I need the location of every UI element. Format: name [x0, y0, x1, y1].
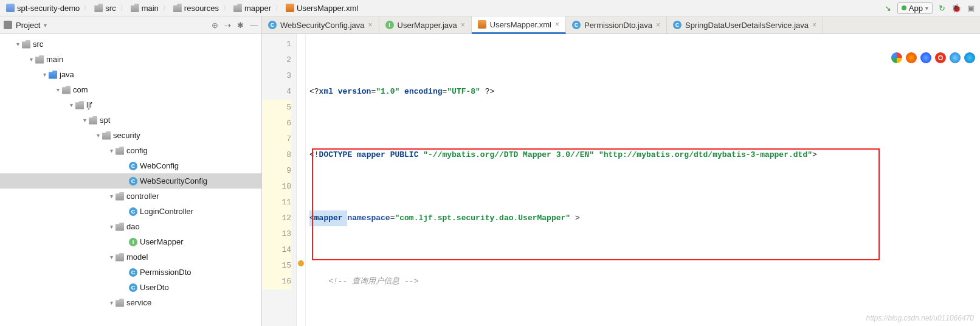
tree-item-dao[interactable]: ▾dao	[0, 219, 261, 234]
tree-item-security[interactable]: ▾security	[0, 128, 261, 143]
project-title[interactable]: Project	[16, 21, 40, 30]
line-number: 4	[262, 84, 291, 100]
close-icon[interactable]: ×	[812, 21, 816, 29]
breadcrumb-item[interactable]: src	[92, 4, 118, 13]
tree-item-usermapper[interactable]: IUserMapper	[0, 234, 261, 249]
line-number: 8	[262, 147, 291, 163]
tab-permissiondto-java[interactable]: CPermissionDto.java×	[566, 16, 667, 33]
debug-icon[interactable]: 🐞	[951, 2, 962, 13]
folder-icon	[233, 4, 242, 12]
chevron-down-icon[interactable]: ▾	[44, 22, 47, 29]
tree-twisty[interactable]: ▾	[27, 56, 35, 63]
tree-item-main[interactable]: ▾main	[0, 52, 261, 67]
line-number: 1	[262, 36, 291, 52]
folder-icon	[131, 4, 139, 12]
breadcrumb-item[interactable]: resources	[171, 4, 221, 13]
tree-item-model[interactable]: ▾model	[0, 249, 261, 265]
tree-twisty[interactable]: ▾	[94, 132, 102, 139]
tree-item-spt[interactable]: ▾spt	[0, 113, 261, 128]
tab-websecurityconfig-java[interactable]: CWebSecurityConfig.java×	[262, 16, 379, 33]
run-icon[interactable]: ↻	[936, 2, 947, 13]
tree-item-config[interactable]: ▾config	[0, 143, 261, 158]
editor-tabs: CWebSecurityConfig.java×IUserMapper.java…	[262, 16, 980, 34]
tree-twisty[interactable]: ▾	[107, 299, 116, 306]
folder-icon	[75, 101, 84, 109]
class-icon: C	[129, 207, 137, 216]
locate-icon[interactable]: ⊕	[212, 21, 218, 30]
tree-item-src[interactable]: ▾src	[0, 36, 261, 52]
ie-icon[interactable]	[950, 52, 961, 63]
tree-twisty[interactable]: ▾	[107, 147, 116, 154]
tab-springdatauserdetailsservice-java[interactable]: CSpringDataUserDetailsService.java×	[667, 16, 823, 33]
breadcrumb-item[interactable]: UsersMapper.xml	[283, 4, 361, 13]
breadcrumb-item[interactable]: spt-security-demo	[4, 4, 82, 13]
breakpoint-icon[interactable]	[298, 260, 304, 266]
build-icon[interactable]: ↘	[883, 2, 894, 13]
class-icon: C	[129, 283, 137, 292]
tree-item-webconfig[interactable]: CWebConfig	[0, 158, 261, 173]
breadcrumb-label: UsersMapper.xml	[297, 4, 358, 13]
tree-item-service[interactable]: ▾service	[0, 295, 261, 310]
gear-icon[interactable]: ✱	[237, 21, 244, 30]
close-icon[interactable]: ×	[368, 21, 373, 29]
tree-twisty[interactable]: ▾	[13, 41, 22, 47]
breadcrumb: spt-security-demo 〉 src 〉 main 〉 resourc…	[0, 0, 980, 16]
source-folder-icon	[49, 71, 57, 79]
opera-icon[interactable]: O	[935, 52, 946, 63]
tree-label: controller	[126, 192, 159, 201]
tree-twisty[interactable]: ▾	[80, 117, 89, 123]
tree-item-com[interactable]: ▾com	[0, 82, 261, 97]
tab-label: UserMapper.java	[398, 21, 457, 30]
line-number: 14	[262, 242, 291, 258]
tab-usermapper-java[interactable]: IUserMapper.java×	[379, 16, 472, 33]
code-area[interactable]: <?xml version="1.0" encoding="UTF-8" ?> …	[306, 34, 980, 326]
project-tree[interactable]: ▾src▾main▾java▾com▾ljf▾spt▾security▾conf…	[0, 34, 261, 326]
interface-icon: I	[385, 21, 394, 29]
interface-icon: I	[129, 238, 137, 246]
tree-twisty[interactable]: ▾	[53, 86, 62, 93]
breadcrumb-label: main	[142, 4, 159, 13]
project-header: Project ▾ ⊕ ⇢ ✱ —	[0, 16, 261, 34]
hide-icon[interactable]: —	[250, 21, 258, 30]
tree-twisty[interactable]: ▾	[67, 102, 75, 108]
breadcrumb-label: spt-security-demo	[17, 4, 80, 13]
breadcrumb-item[interactable]: mapper	[231, 4, 274, 13]
close-icon[interactable]: ×	[555, 20, 559, 29]
class-icon: C	[129, 177, 137, 186]
close-icon[interactable]: ×	[461, 21, 465, 29]
folder-icon	[116, 192, 124, 201]
safari-icon[interactable]	[920, 52, 931, 63]
tree-label: UserDto	[140, 283, 169, 292]
tree-label: dao	[126, 222, 140, 231]
close-icon[interactable]: ×	[656, 21, 660, 29]
collapse-icon[interactable]: ⇢	[224, 21, 231, 30]
tree-twisty[interactable]: ▾	[107, 193, 116, 199]
module-icon	[6, 4, 15, 12]
tree-item-ljf[interactable]: ▾ljf	[0, 97, 261, 113]
folder-icon	[116, 253, 124, 262]
tree-item-userdto[interactable]: CUserDto	[0, 280, 261, 295]
tree-twisty[interactable]: ▾	[40, 71, 49, 78]
project-view-icon	[4, 21, 12, 29]
tree-twisty[interactable]: ▾	[107, 223, 116, 230]
tree-item-logincontroller[interactable]: CLoginController	[0, 204, 261, 219]
run-config-selector[interactable]: App ▾	[897, 2, 933, 14]
breadcrumb-item[interactable]: main	[128, 4, 161, 13]
tree-label: PermissionDto	[140, 268, 192, 277]
edge-icon[interactable]	[964, 52, 975, 63]
tree-item-permissiondto[interactable]: CPermissionDto	[0, 265, 261, 280]
tree-twisty[interactable]: ▾	[107, 254, 116, 260]
tab-usersmapper-xml[interactable]: UsersMapper.xml×	[472, 16, 566, 34]
tree-item-controller[interactable]: ▾controller	[0, 189, 261, 204]
tree-item-websecurityconfig[interactable]: CWebSecurityConfig	[0, 173, 261, 189]
chevron-down-icon: ▾	[925, 5, 928, 12]
tree-label: WebSecurityConfig	[140, 176, 207, 186]
firefox-icon[interactable]	[906, 52, 917, 63]
chrome-icon[interactable]	[891, 52, 902, 63]
tree-item-java[interactable]: ▾java	[0, 67, 261, 82]
run-coverage-icon[interactable]: ▣	[965, 2, 976, 13]
line-number: 12	[262, 210, 291, 226]
tree-label: java	[60, 70, 74, 79]
chevron-right-icon: 〉	[120, 3, 127, 13]
fold-strip	[297, 34, 306, 326]
